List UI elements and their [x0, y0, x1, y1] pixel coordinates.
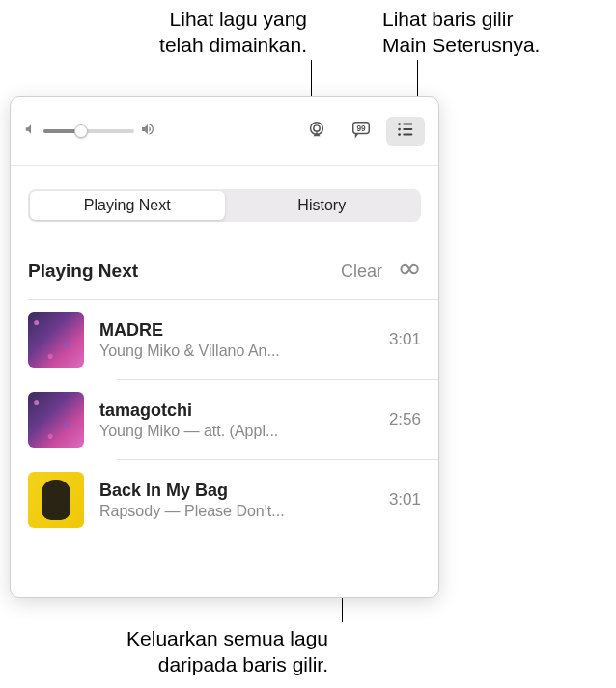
- track-title: MADRE: [99, 320, 363, 341]
- playing-next-panel: 99 Playing Next History Playing Next Cle…: [10, 96, 439, 598]
- svg-point-1: [314, 125, 320, 131]
- section-header: Playing Next Clear: [11, 257, 438, 286]
- track-title: tamagotchi: [99, 400, 363, 421]
- svg-point-8: [398, 133, 401, 136]
- track-row[interactable]: MADRE Young Miko & Villano An... 3:01: [11, 300, 438, 379]
- toolbar: 99: [11, 97, 438, 165]
- airplay-button[interactable]: [297, 117, 336, 146]
- clear-button[interactable]: Clear: [341, 261, 382, 282]
- track-duration: 3:01: [378, 490, 421, 509]
- speaker-low-icon: [24, 123, 38, 140]
- volume-slider[interactable]: [24, 122, 155, 141]
- airplay-icon: [306, 119, 327, 144]
- track-artist: Young Miko — att. (Appl...: [99, 423, 363, 440]
- track-duration: 2:56: [378, 410, 421, 429]
- lyrics-icon: 99: [350, 119, 372, 144]
- svg-point-6: [398, 128, 401, 131]
- svg-rect-7: [403, 128, 412, 130]
- album-artwork: [28, 472, 84, 528]
- callout-clear: Keluarkan semua lagu daripada baris gili…: [87, 625, 328, 678]
- tab-label: Playing Next: [84, 197, 171, 214]
- svg-point-4: [398, 123, 401, 125]
- track-duration: 3:01: [378, 330, 421, 349]
- autoplay-button[interactable]: [396, 257, 421, 286]
- track-row[interactable]: tamagotchi Young Miko — att. (Appl... 2:…: [11, 380, 438, 459]
- track-row[interactable]: Back In My Bag Rapsody — Please Don't...…: [11, 460, 438, 539]
- track-info: tamagotchi Young Miko — att. (Appl...: [99, 400, 363, 440]
- infinity-icon: [396, 268, 421, 285]
- track-artist: Young Miko & Villano An...: [99, 343, 363, 360]
- speaker-high-icon: [140, 122, 155, 141]
- divider: [11, 165, 438, 166]
- track-list: MADRE Young Miko & Villano An... 3:01 ta…: [11, 300, 438, 539]
- lyrics-button[interactable]: 99: [342, 117, 380, 146]
- track-title: Back In My Bag: [99, 481, 363, 501]
- tab-history[interactable]: History: [225, 191, 420, 220]
- callout-history: Lihat lagu yang telah dimainkan.: [104, 6, 307, 59]
- svg-rect-5: [403, 124, 412, 125]
- track-artist: Rapsody — Please Don't...: [99, 503, 363, 520]
- segmented-control: Playing Next History: [28, 189, 421, 222]
- track-info: Back In My Bag Rapsody — Please Don't...: [99, 481, 363, 520]
- svg-rect-9: [403, 134, 412, 136]
- album-artwork: [28, 312, 84, 368]
- volume-thumb[interactable]: [74, 124, 88, 138]
- queue-list-icon: [395, 119, 416, 144]
- volume-track[interactable]: [43, 129, 134, 133]
- section-title: Playing Next: [28, 261, 341, 282]
- album-artwork: [28, 392, 84, 448]
- queue-button[interactable]: [386, 117, 425, 146]
- tab-label: History: [297, 197, 346, 214]
- callout-queue-button: Lihat baris gilir Main Seterusnya.: [382, 6, 540, 59]
- tab-playing-next[interactable]: Playing Next: [30, 191, 225, 220]
- svg-text:99: 99: [356, 124, 366, 133]
- track-info: MADRE Young Miko & Villano An...: [99, 320, 363, 360]
